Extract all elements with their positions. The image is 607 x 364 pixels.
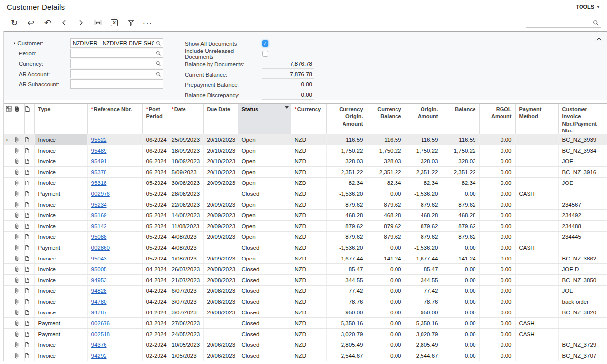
cell-balance[interactable]: 0.00 (442, 296, 479, 307)
cell-reference-nbr[interactable]: 95378 (87, 167, 142, 178)
column-header-customer-invoice-nbr[interactable]: Customer Invoice Nbr./Payment Nbr. (558, 104, 607, 134)
cell-rgol-amount[interactable]: 0.00 (479, 199, 515, 210)
cell-post-period[interactable]: 04-2024 (142, 275, 168, 286)
cell-balance[interactable]: 879.62 (442, 221, 479, 232)
cell-balance[interactable]: 0.00 (442, 286, 479, 296)
cell-currency-origin-amount[interactable]: -1,536.20 (326, 242, 367, 253)
row-notes-cell[interactable] (24, 264, 34, 275)
cell-currency-origin-amount[interactable]: -3,020.79 (326, 329, 367, 339)
cell-customer-invoice-nbr[interactable]: back order (558, 296, 607, 307)
cell-customer-invoice-nbr[interactable]: 234492 (558, 210, 607, 221)
cell-currency[interactable]: NZD (291, 296, 326, 307)
cell-due-date[interactable]: 20/10/2023 (203, 134, 238, 145)
reference-nbr-link[interactable]: 94828 (91, 288, 107, 294)
cell-rgol-amount[interactable]: 0.00 (479, 350, 515, 361)
cell-date[interactable]: 14/08/2023 (168, 210, 203, 221)
cell-currency[interactable]: NZD (291, 242, 326, 253)
cell-status[interactable]: Closed (238, 264, 291, 275)
cell-reference-nbr[interactable]: 95043 (87, 253, 142, 264)
cell-date[interactable]: 5/09/2023 (168, 167, 203, 178)
row-notes-cell[interactable] (24, 210, 34, 221)
cell-rgol-amount[interactable]: 0.00 (479, 242, 515, 253)
cell-currency-balance[interactable]: 328.03 (367, 156, 405, 167)
cell-origin-amount[interactable]: 950.00 (405, 307, 442, 318)
cell-customer-invoice-nbr[interactable]: BC_NZ_3820 (558, 307, 607, 318)
cell-reference-nbr[interactable]: 95005 (87, 264, 142, 275)
cell-currency[interactable]: NZD (291, 275, 326, 286)
cell-currency-origin-amount[interactable]: 116.59 (326, 134, 367, 145)
cell-date[interactable]: 21/07/2023 (168, 275, 203, 286)
cell-status[interactable]: Open (238, 253, 291, 264)
cell-currency-balance[interactable]: 1,750.22 (367, 145, 405, 156)
cell-origin-amount[interactable]: 2,351.22 (405, 167, 442, 178)
cell-customer-invoice-nbr[interactable] (558, 318, 607, 329)
cell-type[interactable]: Invoice (34, 221, 87, 232)
cell-due-date[interactable]: 20/08/2023 (203, 296, 238, 307)
row-attachments-cell[interactable] (14, 286, 24, 296)
cell-post-period[interactable]: 04-2024 (142, 296, 168, 307)
cell-currency[interactable]: NZD (291, 318, 326, 329)
cell-reference-nbr[interactable]: 002860 (87, 242, 142, 253)
row-notes-cell[interactable] (24, 178, 34, 188)
cell-currency-origin-amount[interactable]: 85.47 (326, 264, 367, 275)
cell-payment-method[interactable]: CASH (515, 318, 558, 329)
cell-origin-amount[interactable]: 77.42 (405, 286, 442, 296)
column-header-balance[interactable]: Balance (442, 104, 479, 134)
cell-rgol-amount[interactable]: 0.00 (479, 156, 515, 167)
cell-type[interactable]: Invoice (34, 275, 87, 286)
cell-type[interactable]: Invoice (34, 232, 87, 242)
reference-nbr-link[interactable]: 94787 (91, 310, 107, 315)
cell-currency[interactable]: NZD (291, 264, 326, 275)
cell-currency[interactable]: NZD (291, 350, 326, 361)
cell-status[interactable]: Open (238, 210, 291, 221)
cell-post-period[interactable]: 05-2024 (142, 253, 168, 264)
cell-currency[interactable]: NZD (291, 307, 326, 318)
reference-nbr-link[interactable]: 94376 (91, 342, 107, 348)
cell-balance[interactable]: 0.00 (442, 318, 479, 329)
cell-currency-origin-amount[interactable]: -1,536.20 (326, 188, 367, 199)
undo-button[interactable]: ↶ (39, 16, 56, 29)
row-indicator-cell[interactable] (4, 221, 14, 232)
customer-input[interactable] (70, 38, 163, 48)
cell-post-period[interactable]: 06-2024 (142, 156, 168, 167)
search-input[interactable] (526, 18, 601, 28)
row-attachments-cell[interactable] (14, 318, 24, 329)
column-header-due-date[interactable]: Due Date (203, 104, 238, 134)
cell-rgol-amount[interactable]: 0.00 (479, 210, 515, 221)
row-notes-cell[interactable] (24, 188, 34, 199)
cell-origin-amount[interactable]: 116.59 (405, 134, 442, 145)
row-attachments-cell[interactable] (14, 167, 24, 178)
cell-date[interactable]: 24/05/2023 (168, 329, 203, 339)
cell-currency-origin-amount[interactable]: 879.62 (326, 221, 367, 232)
cell-balance[interactable]: 82.34 (442, 178, 479, 188)
cell-currency-balance[interactable]: 0.00 (367, 296, 405, 307)
cell-customer-invoice-nbr[interactable]: BC_NZ_3850 (558, 275, 607, 286)
column-header-status[interactable]: Status (238, 104, 291, 134)
row-notes-cell[interactable] (24, 307, 34, 318)
cell-currency-balance[interactable]: 0.00 (367, 242, 405, 253)
column-header-type[interactable]: Type (34, 104, 87, 134)
cell-type[interactable]: Invoice (34, 156, 87, 167)
column-header-post-period[interactable]: Post Period (142, 104, 168, 134)
cell-currency[interactable]: NZD (291, 134, 326, 145)
cell-due-date[interactable]: 20/06/2023 (203, 350, 238, 361)
cell-payment-method[interactable]: CASH (515, 329, 558, 339)
cell-customer-invoice-nbr[interactable]: BC_NZ_3934 (558, 145, 607, 156)
ar-subaccount-input[interactable] (70, 79, 163, 89)
cell-due-date[interactable]: 20/09/2023 (203, 178, 238, 188)
reference-nbr-link[interactable]: 002976 (91, 191, 110, 197)
row-attachments-cell[interactable] (14, 307, 24, 318)
cell-date[interactable]: 25/09/2023 (168, 134, 203, 145)
cell-customer-invoice-nbr[interactable]: JOE (558, 178, 607, 188)
cell-post-period[interactable]: 06-2024 (142, 134, 168, 145)
cell-date[interactable]: 26/07/2023 (168, 264, 203, 275)
cell-type[interactable]: Payment (34, 242, 87, 253)
cell-payment-method[interactable] (515, 275, 558, 286)
next-record-button[interactable] (73, 16, 89, 29)
cell-rgol-amount[interactable]: 0.00 (479, 253, 515, 264)
cell-balance[interactable]: 0.00 (442, 275, 479, 286)
cell-post-period[interactable]: 02-2024 (142, 329, 168, 339)
cell-customer-invoice-nbr[interactable]: 234567 (558, 199, 607, 210)
cell-origin-amount[interactable]: 468.28 (405, 210, 442, 221)
row-indicator-cell[interactable] (4, 188, 14, 199)
